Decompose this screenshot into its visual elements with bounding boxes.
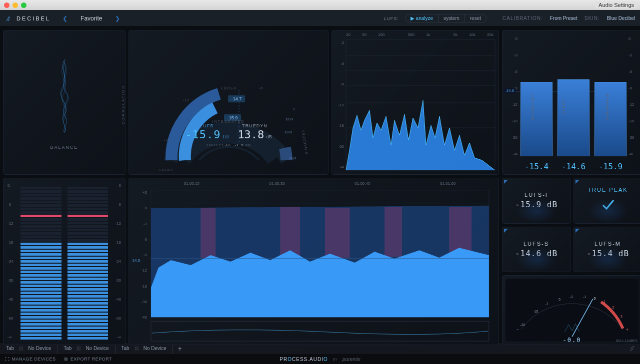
true-peak-tile[interactable]: TRUE PEAK	[574, 178, 640, 224]
svg-text:−: −	[516, 327, 520, 332]
level-scale-right: 0-6-12-18 -24-30-40-60-∞	[112, 183, 121, 340]
svg-text:-6: -6	[259, 86, 263, 90]
arc-meter-panel[interactable]: -14.7 -15.9 12.0 13.8 -1.0 -24 -12 -6 0 …	[128, 30, 328, 175]
svg-text:-1.0: -1.0	[289, 156, 296, 160]
svg-text:3: 3	[620, 315, 622, 318]
svg-text:-10: -10	[533, 310, 538, 313]
svg-rect-23	[280, 207, 300, 257]
bars-scale-right: 0-3-6-9 -12-18-30-∞	[628, 36, 638, 156]
svg-text:-24: -24	[164, 138, 170, 142]
audio-settings-button[interactable]: Audio Settings	[596, 1, 637, 8]
export-icon: 🗎	[64, 357, 69, 362]
lufs-mode-label: LUFS:	[384, 16, 399, 21]
window-titlebar: Audio Settings	[0, 0, 640, 10]
tile-corner-icon	[504, 229, 508, 233]
analog-reference: 0VU:-12dBFS	[616, 339, 638, 343]
top-toolbar: ⫽ DECIBEL ❮ Favorite ❯ LUFS: ▶ analyze s…	[0, 10, 640, 27]
svg-text:0: 0	[293, 107, 296, 111]
check-icon	[600, 195, 616, 215]
svg-rect-28	[151, 321, 489, 341]
level-scale-left: 0-6-12-18 -24-30-40-60-∞	[8, 183, 16, 340]
calibration-value[interactable]: From Preset	[550, 15, 578, 21]
export-report-button[interactable]: 🗎EXPORT REPORT	[64, 357, 112, 362]
loudness-history-panel[interactable]: 01:00:1501:00:3001:00:4501:01:00 +30-3-6…	[128, 178, 499, 345]
analog-readout: -0.0	[563, 337, 582, 344]
analog-vu-meter[interactable]: -20 -10 -7 -5 -3 -1 0 1 2 3 − +	[502, 275, 640, 345]
svg-text:-5: -5	[558, 298, 560, 301]
next-preset-button[interactable]: ❯	[115, 15, 120, 22]
svg-text:SHORT: SHORT	[159, 168, 174, 172]
preset-name[interactable]: Favorite	[80, 15, 102, 22]
svg-rect-22	[200, 208, 216, 258]
tile-corner-icon	[576, 180, 580, 184]
manage-devices-button[interactable]: ⛶MANAGE DEVICES	[5, 357, 56, 362]
balance-scope	[50, 55, 80, 135]
balance-title: BALANCE	[50, 145, 78, 150]
svg-rect-25	[384, 207, 402, 257]
svg-rect-24	[325, 208, 350, 258]
logo-icon: ⫽	[5, 14, 14, 22]
add-tab-button[interactable]: +	[173, 345, 187, 353]
footer-bar: ⛶MANAGE DEVICES 🗎EXPORT REPORT PROCESS.A…	[0, 354, 640, 364]
loudness-bars-panel[interactable]: 0-3-6-9 -12-18-30-∞ 0-3-6-9 -12-18-30-∞ …	[502, 30, 640, 175]
svg-text:12.0: 12.0	[285, 117, 293, 121]
tile-corner-icon	[576, 229, 580, 233]
skin-value[interactable]: Blue Decibel	[607, 15, 635, 21]
correlation-label: CORRELATION	[121, 85, 126, 124]
svg-text:-7: -7	[546, 302, 548, 306]
app-logo: ⫽ DECIBEL	[5, 14, 50, 22]
svg-text:LUFS-S: LUFS-S	[222, 86, 237, 90]
lufs-m-tile[interactable]: LUFS-M -15.4 dB	[574, 227, 640, 273]
tile-corner-icon	[504, 180, 508, 184]
minimize-window-button[interactable]	[12, 2, 18, 8]
level-bars	[20, 183, 108, 340]
svg-text:2: 2	[612, 306, 614, 309]
calibration-label: CALIBRATION:	[502, 15, 543, 21]
arc-readout: INTEGRATED LUFS -15.9 LU TRUEDYN 13.8 dB…	[184, 120, 274, 147]
brand-text: DECIBEL	[16, 15, 50, 21]
close-window-button[interactable]	[4, 2, 10, 8]
system-button[interactable]: system	[438, 14, 465, 22]
mode-toggle-group: ▶ analyze system reset	[405, 14, 486, 22]
skin-label: SKIN:	[584, 15, 600, 21]
resize-handle-icon[interactable]: ⫽	[628, 344, 640, 353]
lufs-s-tile[interactable]: LUFS-S -14.6 dB	[502, 227, 570, 273]
svg-text:TRUEDYN-S: TRUEDYN-S	[301, 130, 309, 155]
devices-icon: ⛶	[5, 357, 10, 362]
level-meter-panel[interactable]: 0-6-12-18 -24-30-40-60-∞ 0-6-12-18 -24-3…	[3, 178, 126, 345]
svg-text:-3: -3	[570, 295, 572, 299]
zoom-window-button[interactable]	[21, 2, 26, 8]
prev-preset-button[interactable]: ❮	[62, 15, 68, 22]
svg-text:13.8: 13.8	[284, 130, 292, 134]
puremix-logo: puremix	[342, 357, 360, 362]
svg-text:0: 0	[594, 297, 596, 300]
analyze-button[interactable]: ▶ analyze	[406, 14, 438, 22]
svg-text:-14.7: -14.7	[232, 96, 242, 101]
balance-panel[interactable]: CORRELATION BALANCE	[3, 30, 126, 175]
svg-text:-1: -1	[583, 295, 586, 299]
spectrum-analyzer-panel[interactable]: 2050100 5001k 5k10k20k -3-6-9 -12-1860-∞	[332, 30, 499, 175]
svg-text:-12: -12	[183, 98, 190, 102]
lufs-i-tile[interactable]: LUFS-I -15.9 dB	[502, 178, 570, 224]
svg-text:+: +	[626, 327, 629, 332]
svg-text:-20: -20	[520, 323, 525, 327]
process-audio-logo: PROCESS.AUDIO	[280, 357, 328, 362]
svg-text:1: 1	[604, 300, 606, 303]
reset-button[interactable]: reset	[465, 14, 486, 22]
bars-scale-left: 0-3-6-9 -12-18-30-∞	[506, 36, 518, 156]
